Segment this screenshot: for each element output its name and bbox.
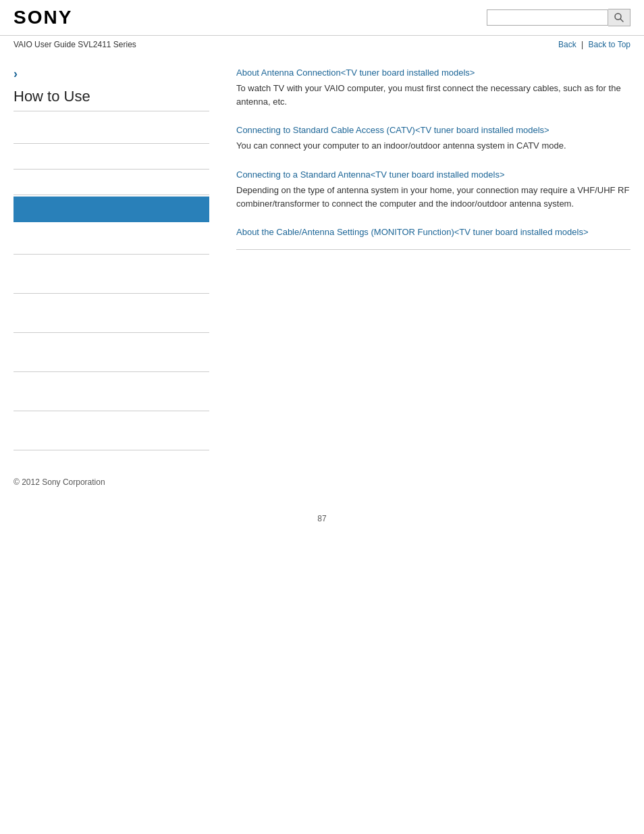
sidebar-items-group-1: [14, 118, 209, 222]
sidebar-item-6[interactable]: [14, 268, 209, 294]
sidebar-item-10[interactable]: [14, 425, 209, 450]
svg-line-1: [620, 19, 623, 22]
content-text-3: Depending on the type of antenna system …: [236, 184, 630, 210]
sidebar-spacer-1: [14, 255, 209, 268]
content-section-3: Connecting to a Standard Antenna<TV tune…: [236, 169, 630, 210]
content-link-1[interactable]: About Antenna Connection<TV tuner board …: [236, 67, 630, 79]
main-container: › How to Use About Antenna Conne: [0, 53, 644, 464]
content-link-2[interactable]: Connecting to Standard Cable Access (CAT…: [236, 124, 630, 136]
content-section-1: About Antenna Connection<TV tuner board …: [236, 67, 630, 108]
content-area: About Antenna Connection<TV tuner board …: [223, 67, 630, 450]
active-content-link[interactable]: About the Cable/Antenna Settings (MONITO…: [236, 226, 630, 238]
sidebar-spacer-2: [14, 294, 209, 307]
sidebar: › How to Use: [14, 67, 223, 450]
page-footer: © 2012 Sony Corporation: [0, 464, 644, 494]
search-box: [487, 9, 630, 26]
search-button[interactable]: [608, 9, 630, 26]
content-text-2: You can connect your computer to an indo…: [236, 139, 630, 153]
sidebar-item-9[interactable]: [14, 386, 209, 411]
sidebar-items-group-2: [14, 229, 209, 450]
sidebar-item-1[interactable]: [14, 118, 209, 144]
back-to-top-link[interactable]: Back to Top: [589, 40, 630, 49]
sidebar-item-7[interactable]: [14, 307, 209, 333]
back-link[interactable]: Back: [558, 40, 576, 49]
sidebar-chevron-icon: ›: [14, 67, 209, 81]
sidebar-item-5[interactable]: [14, 229, 209, 255]
page-number: 87: [0, 507, 644, 530]
content-link-3[interactable]: Connecting to a Standard Antenna<TV tune…: [236, 169, 630, 181]
sub-header: VAIO User Guide SVL2411 Series Back | Ba…: [0, 36, 644, 53]
sidebar-item-3[interactable]: [14, 170, 209, 195]
guide-title: VAIO User Guide SVL2411 Series: [14, 40, 136, 49]
search-icon: [614, 12, 624, 23]
sidebar-spacer-5: [14, 411, 209, 425]
sidebar-spacer-3: [14, 333, 209, 346]
sidebar-item-2[interactable]: [14, 144, 209, 170]
sony-logo: SONY: [14, 7, 72, 28]
sidebar-spacer-4: [14, 372, 209, 386]
nav-links: Back | Back to Top: [558, 40, 630, 49]
sidebar-title: How to Use: [14, 88, 209, 111]
content-text-1: To watch TV with your VAIO computer, you…: [236, 82, 630, 108]
sidebar-item-8[interactable]: [14, 346, 209, 372]
copyright-text: © 2012 Sony Corporation: [14, 477, 105, 487]
nav-separator: |: [581, 40, 583, 49]
page-header: SONY: [0, 0, 644, 36]
search-input[interactable]: [487, 9, 608, 26]
active-section: About the Cable/Antenna Settings (MONITO…: [236, 226, 630, 250]
sidebar-item-4-active[interactable]: [14, 197, 209, 222]
content-section-2: Connecting to Standard Cable Access (CAT…: [236, 124, 630, 153]
